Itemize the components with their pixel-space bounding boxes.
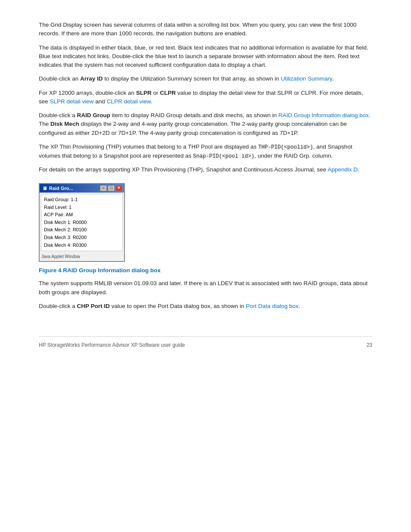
dialog-row: Disk Mech 3: R0200 <box>44 234 120 242</box>
p7-prefix: For details on the arrays supporting XP … <box>39 166 327 173</box>
paragraph-5: Double-click a RAID Group item to displa… <box>39 111 372 137</box>
java-applet-label: Java Applet Window <box>41 254 80 259</box>
p4-bold1: SLPR <box>136 90 152 96</box>
dialog-wrapper: 🖥 Raid Gro... – □ ✕ Raid Group: 1-1Raid … <box>39 183 372 262</box>
p5-prefix: Double-click a <box>39 112 77 118</box>
dialog-row: ACP Pair: AM <box>44 211 120 219</box>
p6-code2: Snap-PID(<pool id>) <box>193 153 255 159</box>
port-data-link[interactable]: Port Data dialog box <box>246 303 299 309</box>
p4-suffix2: . <box>151 98 153 105</box>
p5-bold2: Disk Mech <box>50 121 79 127</box>
p3-bold: Array ID <box>80 75 103 82</box>
close-button[interactable]: ✕ <box>115 185 122 191</box>
p3-suffix1: to display the Utilization Summary scree… <box>103 75 281 82</box>
p4-bold2: CLPR <box>160 90 176 96</box>
p2-text: The data is displayed in either black, b… <box>39 44 368 68</box>
dialog-app-icon: 🖥 <box>41 185 47 191</box>
raid-group-dialog: 🖥 Raid Gro... – □ ✕ Raid Group: 1-1Raid … <box>39 183 125 262</box>
dialog-content: Raid Group: 1-1Raid Level: 1ACP Pair: AM… <box>41 194 123 251</box>
minimize-button[interactable]: – <box>100 185 107 191</box>
p6-suffix: , under the RAID Grp. column. <box>255 152 333 159</box>
p4-mid2: and <box>94 98 107 105</box>
figure-caption: Figure 4 RAID Group Information dialog b… <box>39 266 372 275</box>
paragraph-8: The system supports RMLIB version 01.09.… <box>39 279 372 297</box>
p9-suffix2: . <box>299 303 300 309</box>
p7-suffix: . <box>358 166 359 173</box>
dialog-row: Raid Group: 1-1 <box>44 196 120 204</box>
p3-suffix2: . <box>332 75 334 82</box>
p3-prefix: Double-click an <box>39 75 80 82</box>
paragraph-3: Double-click an Array ID to display the … <box>39 75 372 83</box>
paragraph-6: The XP Thin Provisioning (THP) volumes t… <box>39 143 372 161</box>
slpr-detail-link[interactable]: SLPR detail view <box>50 98 94 105</box>
page: The Grid Display screen has several colu… <box>0 0 411 532</box>
dialog-title-left: 🖥 Raid Gro... <box>41 185 73 192</box>
paragraph-4: For XP 12000 arrays, double-click an SLP… <box>39 89 372 106</box>
dialog-titlebar: 🖥 Raid Gro... – □ ✕ <box>40 184 124 193</box>
p9-prefix: Double-click a <box>39 303 77 309</box>
paragraph-2: The data is displayed in either black, b… <box>39 44 372 70</box>
appendix-d-link[interactable]: Appendix D <box>327 166 358 173</box>
raid-group-info-link[interactable]: RAID Group Information dialog box <box>278 112 369 118</box>
p6-prefix: The XP Thin Provisioning (THP) volumes t… <box>39 143 258 150</box>
p5-suffix1: item to display RAID Group details and d… <box>110 112 278 118</box>
clpr-detail-link[interactable]: CLPR detail view <box>107 98 151 105</box>
dialog-row: Disk Mech 2: R0100 <box>44 226 120 234</box>
p5-bold: RAID Group <box>77 112 110 118</box>
dialog-controls: – □ ✕ <box>100 185 122 191</box>
dialog-title-text: Raid Gro... <box>49 185 73 192</box>
p4-mid1: or <box>152 90 160 96</box>
utilization-summary-link[interactable]: Utilization Summary <box>281 75 332 82</box>
footer-title: HP StorageWorks Performance Advisor XP S… <box>39 341 185 349</box>
page-footer: HP StorageWorks Performance Advisor XP S… <box>39 336 372 349</box>
dialog-row: Raid Level: 1 <box>44 204 120 212</box>
paragraph-7: For details on the arrays supporting XP … <box>39 165 372 174</box>
p9-suffix1: value to open the Port Data dialog box, … <box>110 303 246 309</box>
p4-prefix: For XP 12000 arrays, double-click an <box>39 90 136 96</box>
paragraph-9: Double-click a CHP Port ID value to open… <box>39 302 372 311</box>
page-number: 23 <box>367 341 372 349</box>
dialog-footer: Java Applet Window <box>40 252 124 261</box>
dialog-row: Disk Mech 4: R0300 <box>44 242 120 249</box>
p8-text: The system supports RMLIB version 01.09.… <box>39 280 367 295</box>
dialog-row: Disk Mech 1: R0000 <box>44 219 120 227</box>
p6-code1: THP-PID(<poolid>) <box>258 144 313 150</box>
paragraph-1: The Grid Display screen has several colu… <box>39 21 372 38</box>
p1-text: The Grid Display screen has several colu… <box>39 22 356 37</box>
p9-bold: CHP Port ID <box>77 303 110 309</box>
p5-suffix3: displays the 2-way and 4-way parity grou… <box>39 121 347 136</box>
restore-button[interactable]: □ <box>108 185 115 191</box>
